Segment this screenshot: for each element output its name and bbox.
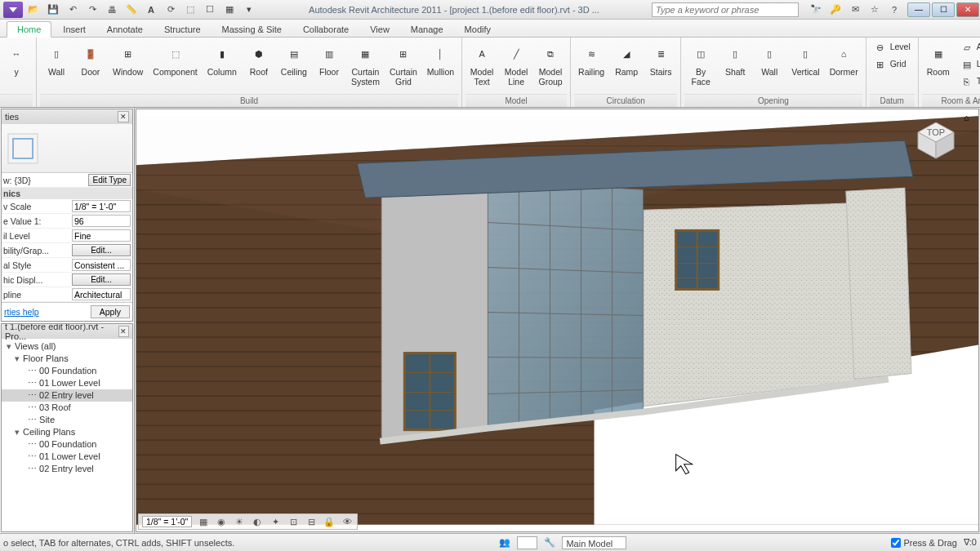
wall-button[interactable]: ▯Wall bbox=[753, 39, 786, 80]
workset-icon[interactable]: 👥 bbox=[499, 537, 510, 548]
tree-item[interactable]: ⋯ 02 Entry level bbox=[2, 389, 132, 402]
tree-item[interactable]: ⋯ 00 Foundation bbox=[2, 365, 132, 377]
prop-row[interactable]: hic Displ...Edit... bbox=[2, 273, 132, 287]
active-workset-icon[interactable]: 🔧 bbox=[544, 537, 555, 548]
prop-row[interactable]: v Scale1/8" = 1'-0" bbox=[2, 199, 132, 214]
print-icon[interactable]: 🖶 bbox=[103, 2, 121, 18]
crop-visible-icon[interactable]: ⊟ bbox=[305, 515, 318, 528]
minimize-button[interactable]: — bbox=[907, 2, 930, 17]
legend-button[interactable]: ▤Legend bbox=[956, 56, 980, 73]
3d-viewport[interactable]: TOP ⌂ 1/8" = 1'-0" ▦ ◉ ☀ ◐ ✦ ⊡ ⊟ 🔒 👁 bbox=[136, 109, 979, 532]
sheet-icon[interactable]: ▦ bbox=[220, 2, 238, 18]
prop-row[interactable]: e Value 1:96 bbox=[2, 214, 132, 229]
type-preview[interactable] bbox=[2, 124, 132, 173]
3d-icon[interactable]: ⬚ bbox=[181, 2, 199, 18]
ramp-button[interactable]: ◢Ramp bbox=[610, 39, 643, 80]
tree-item[interactable]: ⋯ 01 Lower Level bbox=[2, 377, 132, 389]
by-face-button[interactable]: ◫ByFace bbox=[684, 39, 717, 89]
properties-help-link[interactable]: rties help bbox=[4, 307, 39, 317]
tab-massing[interactable]: Massing & Site bbox=[212, 22, 292, 37]
ceiling-button[interactable]: ▤Ceiling bbox=[277, 39, 311, 80]
tree-group[interactable]: ▾Ceiling Plans bbox=[2, 426, 132, 438]
viewcube[interactable]: TOP bbox=[911, 116, 960, 165]
home-icon[interactable]: ⌂ bbox=[964, 113, 975, 124]
render-icon[interactable]: ✦ bbox=[269, 515, 282, 528]
area-button[interactable]: ▱Area bbox=[956, 39, 980, 56]
undo-icon[interactable]: ↶ bbox=[64, 2, 82, 18]
curtain-system-button[interactable]: ▦CurtainSystem bbox=[347, 39, 384, 89]
filter-icon[interactable]: ∇:0 bbox=[964, 537, 977, 548]
component-button[interactable]: ⬚Component bbox=[149, 39, 201, 80]
vertical-button[interactable]: ▯Vertical bbox=[787, 39, 823, 80]
open-icon[interactable]: 📂 bbox=[24, 2, 42, 18]
tab-insert[interactable]: Insert bbox=[53, 22, 96, 37]
crop-icon[interactable]: ⊡ bbox=[287, 515, 300, 528]
room-button[interactable]: ▦Room bbox=[922, 39, 955, 80]
sun-path-icon[interactable]: ☀ bbox=[233, 515, 246, 528]
tree-item[interactable]: ⋯ 03 Roof bbox=[2, 402, 132, 414]
tab-annotate[interactable]: Annotate bbox=[97, 22, 153, 37]
measure-icon[interactable]: 📏 bbox=[122, 2, 140, 18]
temp-hide-icon[interactable]: 👁 bbox=[341, 515, 354, 528]
dormer-button[interactable]: ⌂Dormer bbox=[826, 39, 862, 80]
visual-style-icon[interactable]: ◉ bbox=[215, 515, 228, 528]
prop-row[interactable]: il LevelFine bbox=[2, 229, 132, 243]
section-icon[interactable]: ☐ bbox=[201, 2, 219, 18]
apply-button[interactable]: Apply bbox=[91, 305, 130, 318]
close-icon[interactable]: ✕ bbox=[118, 111, 129, 122]
editable-only-combo[interactable] bbox=[517, 536, 537, 549]
prop-row[interactable]: al StyleConsistent ... bbox=[2, 258, 132, 273]
wall-button[interactable]: ▯Wall bbox=[40, 39, 73, 80]
binoculars-icon[interactable]: 🔭 bbox=[807, 2, 825, 18]
mullion-button[interactable]: │Mullion bbox=[423, 39, 458, 80]
key-icon[interactable]: 🔑 bbox=[826, 2, 844, 18]
browser-tree[interactable]: ▾Views (all)▾Floor Plans⋯ 00 Foundation⋯… bbox=[2, 339, 132, 477]
curtain-grid-button[interactable]: ⊞CurtainGrid bbox=[385, 39, 421, 89]
column-button[interactable]: ▮Column bbox=[203, 39, 241, 80]
close-button[interactable]: ✕ bbox=[956, 2, 979, 17]
model-group-button[interactable]: ⧉ModelGroup bbox=[534, 39, 567, 89]
press-drag-toggle[interactable]: Press & Drag bbox=[891, 538, 956, 548]
tree-item[interactable]: ⋯ 01 Lower Level bbox=[2, 451, 132, 463]
sync-icon[interactable]: ⟳ bbox=[162, 2, 180, 18]
tab-manage[interactable]: Manage bbox=[401, 22, 453, 37]
door-button[interactable]: 🚪Door bbox=[74, 39, 107, 80]
window-button[interactable]: ⊞Window bbox=[109, 39, 147, 80]
tag-button[interactable]: ⎘Tag bbox=[956, 73, 980, 90]
workset-selector[interactable]: Main Model bbox=[562, 536, 626, 549]
search-input[interactable] bbox=[652, 2, 799, 17]
shadows-icon[interactable]: ◐ bbox=[251, 515, 264, 528]
model-line-button[interactable]: ╱ModelLine bbox=[500, 39, 532, 89]
level-button[interactable]: ⊖Level bbox=[870, 39, 915, 56]
tab-view[interactable]: View bbox=[360, 22, 399, 37]
scale-selector[interactable]: 1/8" = 1'-0" bbox=[142, 516, 192, 527]
floor-button[interactable]: ▥Floor bbox=[313, 39, 345, 80]
tree-item[interactable]: ⋯ 00 Foundation bbox=[2, 438, 132, 451]
tab-home[interactable]: Home bbox=[7, 21, 51, 38]
save-icon[interactable]: 💾 bbox=[44, 2, 62, 18]
tab-structure[interactable]: Structure bbox=[154, 22, 211, 37]
prop-row[interactable]: bility/Grap...Edit... bbox=[2, 243, 132, 258]
roof-button[interactable]: ⬢Roof bbox=[243, 39, 275, 80]
text-icon[interactable]: A bbox=[142, 2, 160, 18]
lock-icon[interactable]: 🔒 bbox=[323, 515, 336, 528]
stairs-button[interactable]: ≣Stairs bbox=[644, 39, 677, 80]
comm-icon[interactable]: ✉ bbox=[846, 2, 864, 18]
tree-group[interactable]: ▾Floor Plans bbox=[2, 353, 132, 365]
redo-icon[interactable]: ↷ bbox=[83, 2, 101, 18]
tab-modify[interactable]: Modify bbox=[455, 22, 501, 37]
edit-type-button[interactable]: Edit Type bbox=[88, 174, 131, 186]
detail-level-icon[interactable]: ▦ bbox=[197, 515, 210, 528]
close-icon[interactable]: ✕ bbox=[118, 326, 129, 337]
railing-button[interactable]: ≋Railing bbox=[574, 39, 608, 80]
star-icon[interactable]: ☆ bbox=[866, 2, 884, 18]
shaft-button[interactable]: ▯Shaft bbox=[719, 39, 751, 80]
grid-button[interactable]: ⊞Grid bbox=[870, 56, 915, 73]
instance-selector[interactable]: w: {3D} bbox=[3, 176, 88, 185]
model-text-button[interactable]: AModelText bbox=[466, 39, 498, 89]
tree-item[interactable]: ⋯ Site bbox=[2, 414, 132, 426]
help-icon[interactable]: ? bbox=[885, 2, 903, 18]
tab-collaborate[interactable]: Collaborate bbox=[293, 22, 359, 37]
tree-root[interactable]: ▾Views (all) bbox=[2, 340, 132, 353]
tree-item[interactable]: ⋯ 02 Entry level bbox=[2, 463, 132, 475]
